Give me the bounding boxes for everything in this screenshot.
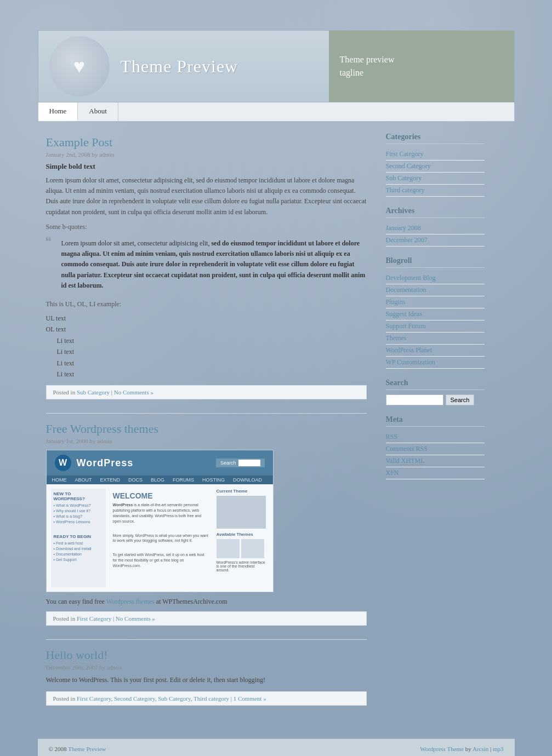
footer-left: © 2008 Theme Preview [49,746,106,752]
sidebar-cat-third[interactable]: Third category [386,185,485,197]
post-footer-free-themes: Posted in First Category | No Comments » [46,611,367,626]
sidebar-archive-jan[interactable]: January 2008 [386,222,485,234]
blogroll-themes[interactable]: Themes [386,333,485,345]
post-lists: UL text OL text Li text Li text Li text … [46,313,367,380]
sidebar-cat-sub[interactable]: Sub Category [386,173,485,185]
search-row: Search [386,394,485,405]
post-category-link[interactable]: Sub Category [77,389,110,396]
sidebar-archives: Archives January 2008 December 2007 [386,207,485,247]
post-divider-2 [46,639,367,640]
sidebar-categories: Categories First Category Second Categor… [386,133,485,197]
post-meta-hello: December 26th, 2007 by admin [46,664,367,671]
post-meta-free-themes: January 1st, 2008 by admin [46,438,367,444]
blogroll-support[interactable]: Support Forum [386,320,485,333]
main-content: Example Post January 2nd, 2008 by admin … [38,127,378,728]
blogroll-docs[interactable]: Documentation [386,284,485,296]
blockquote: ❝ Lorem ipsum dolor sit amet, consectetu… [46,236,367,294]
wp-themes-panel: Current Theme Available Themes WordPress… [217,489,269,587]
wp-sidebar: NEW TO WORDPRESS? • What is WordPress? •… [51,489,106,587]
post-category-link-free[interactable]: First Category [77,615,111,622]
hello-cat-4[interactable]: Third category [194,695,229,702]
post-free-themes: Free Wordpress themes January 1st, 2008 … [46,422,367,626]
sidebar-cat-second[interactable]: Second Category [386,161,485,173]
footer-author1[interactable]: Arcsin [473,746,488,752]
blogroll-wp-custom[interactable]: WP Customization [386,357,485,369]
wordpress-themes-link[interactable]: Wordpress themes [106,598,155,605]
sidebar-blogroll: Blogroll Development Blog Documentation … [386,256,485,369]
sidebar-meta: Meta RSS Comments RSS Valid XHTML XFN [386,415,485,479]
blogroll-heading: Blogroll [386,256,485,268]
meta-comments-rss[interactable]: Comments RSS [386,443,485,455]
post-title-example[interactable]: Example Post [46,135,367,150]
wp-body: NEW TO WORDPRESS? • What is WordPress? •… [47,484,273,592]
wp-wordmark: WordPress [77,457,134,469]
post-footer-hello: Posted in First Category, Second Categor… [46,691,367,706]
site-title: Theme Preview [121,56,238,77]
post-meta-example: January 2nd, 2008 by admin [46,151,367,158]
footer-site-link[interactable]: Theme Preview [68,746,106,752]
tagline: Theme preview tagline [340,53,503,79]
post-body-hello: Welcome to WordPress. This is your first… [46,675,367,685]
meta-heading: Meta [386,415,485,427]
meta-xhtml[interactable]: Valid XHTML [386,455,485,467]
hello-cat-3[interactable]: Sub Category [158,695,190,702]
site-header: Theme Preview Theme preview tagline [38,30,515,102]
post-comments-link-free[interactable]: No Comments » [116,615,155,622]
post-bold-text: Simple bold text [46,162,367,171]
site-footer: © 2008 Theme Preview Wordpress Theme by … [38,738,515,756]
wp-header: W WordPress Search [47,450,273,476]
wp-main: WELCOME WordPress is a state-of-the-art … [110,489,212,587]
post-title-free-themes[interactable]: Free Wordpress themes [46,422,367,436]
hello-cat-2[interactable]: Second Category [114,695,155,702]
sidebar-search: Search Search [386,379,485,405]
blogroll-dev[interactable]: Development Blog [386,272,485,284]
site-logo [49,36,110,96]
post-title-hello[interactable]: Hello world! [46,648,367,662]
hello-cat-1[interactable]: First Category [77,695,111,702]
nav-about[interactable]: About [78,102,118,121]
post-comments-link[interactable]: No Comments » [114,389,153,396]
post-body-example: Lorem ipsum dolor sit amet, consectetur … [46,175,367,380]
header-left: Theme Preview [38,31,329,102]
sidebar-cat-first[interactable]: First Category [386,148,485,161]
nav-home[interactable]: Home [38,102,78,121]
archives-heading: Archives [386,207,485,218]
wordpress-screenshot: W WordPress Search HOME ABOUT EXTEND [46,450,274,592]
footer-sep[interactable]: mp3 [493,746,504,752]
search-heading: Search [386,379,485,390]
search-input[interactable] [386,394,443,405]
post-hello-world: Hello world! December 26th, 2007 by admi… [46,648,367,705]
quote-icon: ❝ [45,236,52,248]
meta-rss[interactable]: RSS [386,431,485,443]
header-tagline-area: Theme preview tagline [329,31,514,102]
search-button[interactable]: Search [446,394,475,405]
categories-heading: Categories [386,133,485,144]
sidebar-archive-dec[interactable]: December 2007 [386,234,485,247]
blogroll-planet[interactable]: WordPress Planet [386,345,485,357]
wp-logo: W [55,455,71,471]
hello-comments-link[interactable]: 1 Comment » [234,695,266,702]
site-nav: Home About [38,102,515,122]
blogroll-suggest[interactable]: Suggest Ideas [386,308,485,320]
xhtml-abbr: XHTML [401,457,425,465]
blogroll-plugins[interactable]: Plugins [386,296,485,308]
post-example: Example Post January 2nd, 2008 by admin … [46,135,367,399]
footer-credit-link[interactable]: Wordpress Theme [420,746,464,752]
free-themes-text: You can easy find free Wordpress themes … [46,598,367,606]
footer-right: Wordpress Theme by Arcsin | mp3 [420,746,503,752]
content-area: Example Post January 2nd, 2008 by admin … [38,122,515,728]
post-divider [46,413,367,414]
post-footer-example: Posted in Sub Category | No Comments » [46,385,367,399]
sidebar: Categories First Category Second Categor… [378,127,493,728]
meta-xfn[interactable]: XFN [386,467,485,479]
cloud-decoration [0,0,552,30]
wp-nav: HOME ABOUT EXTEND DOCS BLOG FORUMS HOSTI… [47,476,273,484]
